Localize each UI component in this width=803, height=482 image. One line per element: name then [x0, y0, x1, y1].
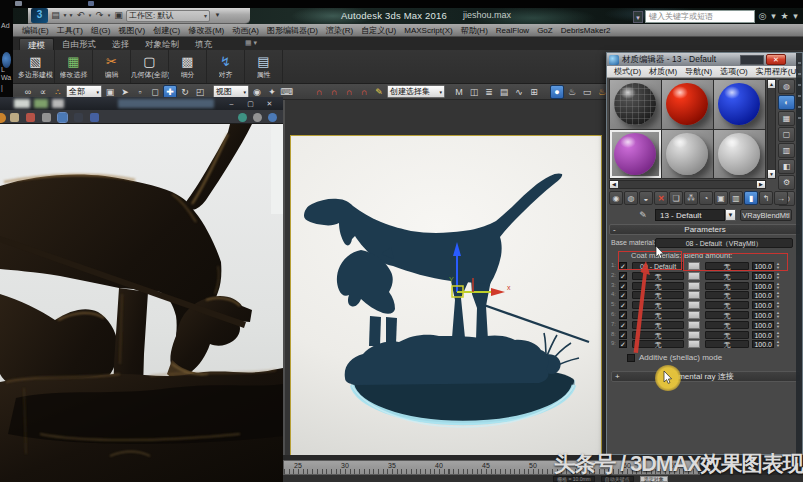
put-to-library-icon[interactable]: ⁂ — [684, 191, 698, 205]
background-icon[interactable]: ▦ — [778, 111, 795, 126]
ribbon-button[interactable]: ↯对齐 — [207, 50, 245, 83]
menu-item[interactable]: DebrisMaker2 — [557, 26, 615, 35]
go-to-sibling-icon[interactable]: → — [774, 191, 788, 205]
percent-snap-icon[interactable]: ∩ — [342, 85, 356, 99]
coat-checkbox[interactable]: ✓ — [619, 331, 627, 339]
menu-item[interactable]: RealFlow — [492, 26, 533, 35]
new-file-icon[interactable]: ▤ — [49, 9, 62, 22]
blend-color-swatch[interactable] — [688, 291, 700, 299]
ribbon-tab[interactable]: 对象绘制 — [137, 38, 187, 50]
blend-map-button[interactable]: 无 — [705, 331, 749, 339]
slot-dark-sphere[interactable] — [610, 80, 661, 129]
scroll-left-icon[interactable]: ◀ — [610, 181, 618, 188]
spinner-arrows-icon[interactable]: ▲▼ — [775, 282, 781, 290]
help-icon[interactable]: ▾ — [790, 10, 801, 23]
slot-gray-sphere-2[interactable] — [714, 130, 765, 179]
material-editor-menu-item[interactable]: 材质(M) — [645, 66, 681, 77]
blend-color-swatch[interactable] — [688, 321, 700, 329]
viewer-tool-globe-icon[interactable] — [238, 113, 247, 122]
blend-amount-field[interactable]: 100.0 — [752, 331, 774, 339]
material-editor-titlebar[interactable]: 材质编辑器 - 13 - Default ✕ — [607, 53, 802, 66]
blend-color-swatch[interactable] — [688, 331, 700, 339]
close-button[interactable]: ✕ — [263, 98, 276, 109]
render-setup-icon[interactable]: ♨ — [565, 85, 579, 99]
curve-editor-icon[interactable]: ∿ — [512, 85, 526, 99]
workspace-combo[interactable]: 工作区: 默认 ▾ — [126, 10, 210, 22]
mental-ray-rollout[interactable]: + mental ray 连接 — [611, 371, 801, 382]
spinner-snap-icon[interactable]: ∩ — [357, 85, 371, 99]
blend-map-button[interactable]: 无 — [705, 291, 749, 299]
ribbon-tab[interactable]: 填充 — [187, 38, 220, 50]
base-material-button[interactable]: 08 - Default（VRayMtl） — [655, 238, 793, 248]
make-unique-icon[interactable]: ❏ — [669, 191, 683, 205]
backlight-icon[interactable]: ◐ — [778, 95, 795, 110]
pick-material-icon[interactable]: ✎ — [637, 210, 649, 220]
options-icon[interactable]: ⚙ — [778, 175, 795, 190]
blend-map-button[interactable]: 无 — [705, 340, 749, 348]
blend-color-swatch[interactable] — [688, 301, 700, 309]
show-end-result-icon[interactable]: ▥ — [729, 191, 743, 205]
spinner-arrows-icon[interactable]: ▲▼ — [775, 340, 781, 348]
ribbon-button[interactable]: ▩细分 — [169, 50, 207, 83]
menu-item[interactable]: 帮助(H) — [457, 25, 492, 36]
coat-checkbox[interactable]: ✓ — [619, 340, 627, 348]
blend-amount-field[interactable]: 100.0 — [752, 301, 774, 309]
slot-blue-sphere[interactable] — [714, 80, 765, 129]
menu-item[interactable]: 自定义(U) — [357, 25, 400, 36]
photo-viewer-titlebar[interactable]: – ▢ ✕ — [0, 97, 283, 110]
blend-amount-field[interactable]: 100.0 — [752, 321, 774, 329]
ribbon-button[interactable]: ▦修改选择 — [55, 50, 93, 83]
spinner-arrows-icon[interactable]: ▲▼ — [775, 291, 781, 299]
ribbon-tab[interactable]: 建模 — [19, 38, 54, 50]
viewer-tool-sphere-icon[interactable] — [74, 113, 83, 122]
ribbon-minimize-icon[interactable]: ▦ ▾ — [245, 39, 257, 47]
sample-tiling-icon[interactable]: ▢ — [778, 127, 795, 142]
ribbon-tab[interactable]: 自由形式 — [54, 38, 104, 50]
blend-amount-field[interactable]: 100.0 — [752, 340, 774, 348]
ribbon-button[interactable]: ▤属性 — [245, 50, 283, 83]
maximize-button[interactable]: ▢ — [244, 98, 257, 109]
signin-icon[interactable]: ▾ — [768, 10, 779, 23]
viewer-tool-screen-icon[interactable] — [90, 113, 99, 122]
assign-to-selection-icon[interactable]: ◒ — [639, 191, 653, 205]
blend-map-button[interactable]: 无 — [705, 301, 749, 309]
slot-magenta-sphere[interactable] — [610, 130, 661, 179]
material-editor-icon[interactable]: ● — [550, 85, 564, 99]
undo-icon[interactable]: ↶ — [74, 9, 87, 22]
slots-vertical-scrollbar[interactable]: ▲ ▼ — [767, 79, 776, 179]
menu-item[interactable]: 图形编辑器(D) — [263, 25, 322, 36]
blend-map-button[interactable]: 无 — [705, 282, 749, 290]
viewer-tool-bag-icon[interactable] — [10, 113, 19, 122]
blend-color-swatch[interactable] — [688, 272, 700, 280]
menu-item[interactable]: 工具(T) — [53, 25, 87, 36]
viewer-tool-ball-icon[interactable] — [253, 113, 262, 122]
menu-item[interactable]: 视图(V) — [114, 25, 149, 36]
edit-named-sets-icon[interactable]: ✎ — [372, 85, 386, 99]
viewer-tool-pent-icon[interactable] — [268, 113, 277, 122]
mirror-icon[interactable]: M — [452, 85, 466, 99]
material-type-button[interactable]: VRayBlendMtl — [740, 209, 792, 221]
viewer-tool-arrows-icon[interactable] — [42, 113, 51, 122]
material-name-dropdown-icon[interactable]: ▼ — [725, 209, 736, 221]
blend-color-swatch[interactable] — [688, 282, 700, 290]
go-to-parent-icon[interactable]: ↰ — [759, 191, 773, 205]
coat-checkbox[interactable]: ✓ — [619, 282, 627, 290]
blend-amount-field[interactable]: 100.0 — [752, 311, 774, 319]
menu-item[interactable]: GoZ — [533, 26, 557, 35]
coat-checkbox[interactable]: ✓ — [619, 321, 627, 329]
slot-gray-sphere-1[interactable] — [662, 130, 713, 179]
sample-type-icon[interactable]: ◍ — [778, 79, 795, 94]
coat-checkbox[interactable]: ✓ — [619, 311, 627, 319]
move-gizmo[interactable]: x Y — [443, 236, 513, 301]
spinner-arrows-icon[interactable]: ▲▼ — [775, 311, 781, 319]
slot-red-sphere[interactable] — [662, 80, 713, 129]
material-id-icon[interactable]: ◔ — [699, 191, 713, 205]
menu-item[interactable]: 创建(C) — [149, 25, 184, 36]
blend-color-swatch[interactable] — [688, 311, 700, 319]
material-editor-menu-item[interactable]: 选项(O) — [716, 66, 752, 77]
viewer-tool-grid-icon[interactable] — [58, 113, 67, 122]
video-color-check-icon[interactable]: ▥ — [778, 143, 795, 158]
blend-map-button[interactable]: 无 — [705, 272, 749, 280]
get-material-icon[interactable]: ◉ — [609, 191, 623, 205]
viewport-canvas[interactable]: x Y — [290, 135, 602, 459]
